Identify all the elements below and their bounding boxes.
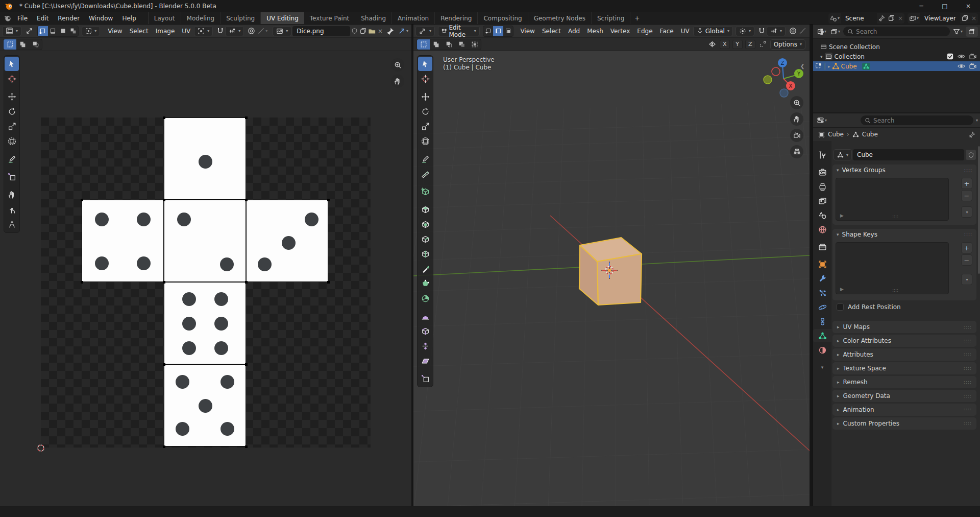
expand-chevron-icon[interactable]: ▸ [828, 64, 830, 69]
list-resize-grip[interactable]: :::: [892, 288, 898, 293]
boxmode-intersect[interactable] [468, 39, 481, 50]
pin-icon[interactable] [877, 15, 887, 21]
properties-options-chevron[interactable]: ▾ [976, 118, 978, 123]
properties-tab-constraints[interactable] [813, 315, 831, 328]
uv-vertex[interactable] [245, 363, 248, 366]
uv-vertex[interactable] [245, 116, 248, 119]
disable-render-camera-icon[interactable] [969, 54, 976, 60]
workspace-tab-sculpting[interactable]: Sculpting [220, 12, 261, 24]
workspace-tab-animation[interactable]: Animation [392, 12, 435, 24]
uv-face-four[interactable] [82, 200, 164, 282]
mirror-z-toggle[interactable]: Z [745, 40, 755, 49]
uv-proportional-edit-toggle[interactable] [247, 27, 256, 35]
uv-scale-tool[interactable] [5, 119, 19, 133]
uv-boxmode-subtract[interactable] [29, 39, 42, 50]
panel-grip[interactable]: :::: [964, 393, 972, 398]
viewport-zoom-icon[interactable] [790, 96, 803, 109]
properties-tab-view-layer[interactable] [813, 194, 831, 207]
proportional-edit-toggle[interactable] [788, 27, 798, 35]
mirror-x-toggle[interactable]: X [720, 40, 730, 49]
outliner-filter-funnel-icon[interactable]: ▾ [952, 28, 964, 35]
vp-spin-tool[interactable] [418, 291, 432, 306]
uv-vertex[interactable] [245, 281, 248, 284]
properties-tab-physics[interactable] [813, 300, 831, 314]
image-new-icon[interactable] [359, 28, 368, 34]
vp-move-tool[interactable] [418, 89, 432, 104]
vp-annotate-tool[interactable] [418, 152, 432, 166]
boxmode-invert[interactable] [455, 39, 468, 50]
fake-user-shield-button[interactable] [965, 149, 976, 160]
uv-relax-tool[interactable] [5, 202, 19, 217]
shape-keys-header[interactable]: ▾Shape Keys:::: [832, 229, 976, 240]
uv-menu-image[interactable]: Image [152, 26, 179, 37]
vertex-groups-list[interactable]: ▶ :::: [836, 178, 949, 221]
uv-pin-icon[interactable] [386, 28, 395, 35]
uv-vertex[interactable] [163, 445, 165, 448]
vp-inset-faces-tool[interactable] [418, 217, 432, 231]
uv-face-three[interactable] [246, 200, 328, 282]
uv-rip-region-tool[interactable] [5, 170, 19, 184]
uv-vertex[interactable] [163, 363, 165, 366]
panel-grip[interactable]: :::: [964, 366, 972, 371]
close-button[interactable]: × [957, 0, 980, 12]
panel-remesh[interactable]: ▸Remesh:::: [832, 376, 976, 388]
properties-tab-particles[interactable] [813, 286, 831, 299]
workspace-tab-compositing[interactable]: Compositing [478, 12, 528, 24]
properties-tab-object[interactable] [813, 257, 831, 271]
uv-face-two[interactable] [164, 200, 246, 282]
panel-grip[interactable]: :::: [964, 324, 972, 330]
uv-face-six[interactable] [164, 282, 246, 364]
vp-shear-tool[interactable] [418, 354, 432, 368]
vertex-group-remove-button[interactable]: − [961, 190, 972, 201]
new-viewlayer-icon[interactable] [960, 15, 970, 21]
vp-transform-tool[interactable] [418, 134, 432, 148]
uv-menu-view[interactable]: View [104, 26, 126, 37]
uv-snap-magnet-icon[interactable] [215, 27, 225, 35]
uv-cursor-tool[interactable] [5, 72, 19, 86]
properties-tab-tool[interactable] [813, 148, 831, 161]
new-scene-icon[interactable] [887, 15, 896, 21]
unlink-scene-icon[interactable]: × [896, 15, 904, 22]
uv-menu-uv[interactable]: UV [178, 26, 194, 37]
list-expand-icon[interactable]: ▶ [840, 213, 844, 218]
uv-annotate-tool[interactable] [5, 152, 19, 166]
scene-name[interactable]: Scene [841, 13, 877, 24]
vp-menu-uv[interactable]: UV [677, 26, 693, 37]
vp-rotate-tool[interactable] [418, 104, 432, 119]
uv-vertex[interactable] [163, 281, 165, 284]
boxmode-extend[interactable] [430, 39, 443, 50]
add-rest-position-checkbox[interactable] [837, 303, 844, 311]
vp-menu-vertex[interactable]: Vertex [607, 26, 634, 37]
uv-move-tool[interactable] [5, 89, 19, 104]
uv-boxmode-set[interactable] [4, 39, 16, 50]
uv-canvas[interactable] [0, 51, 411, 506]
outliner-row-scene-collection[interactable]: Scene Collection [813, 42, 980, 52]
uv-snap-with-dropdown[interactable]: ▾ [225, 26, 244, 36]
panel-grip[interactable]: :::: [964, 407, 972, 412]
outliner-filter-dropdown[interactable]: ▾ [829, 28, 841, 35]
uv-face-five[interactable] [164, 364, 246, 447]
panel-color-attributes[interactable]: ▸Color Attributes:::: [832, 335, 976, 347]
select-mode-face[interactable] [503, 26, 513, 36]
menu-window[interactable]: Window [84, 13, 117, 24]
new-collection-button[interactable] [966, 27, 978, 37]
properties-pin-icon[interactable] [969, 131, 975, 138]
boxmode-set[interactable] [417, 39, 430, 50]
uv-grab-tool[interactable] [5, 187, 19, 202]
snap-with-dropdown[interactable]: ▾ [767, 26, 786, 36]
vp-tweak-select-tool[interactable] [418, 57, 432, 71]
viewport-pan-hand-icon[interactable] [790, 112, 803, 126]
menu-help[interactable]: Help [117, 13, 140, 24]
viewlayer-icon[interactable]: ▾ [908, 15, 920, 22]
vp-rip-region-tool[interactable] [418, 371, 432, 386]
panel-custom-properties[interactable]: ▸Custom Properties:::: [832, 417, 976, 430]
proportional-falloff-dropdown[interactable] [798, 27, 807, 35]
menu-file[interactable]: File [13, 13, 32, 24]
vp-knife-tool[interactable] [418, 262, 432, 276]
panel-grip[interactable]: :::: [964, 380, 972, 385]
uv-select-mode-vertex[interactable] [38, 26, 48, 36]
select-mode-edge[interactable] [493, 26, 503, 36]
image-unlink-icon[interactable]: × [377, 28, 384, 35]
workspace-tab-rendering[interactable]: Rendering [435, 12, 478, 24]
uv-sticky-select-dropdown[interactable]: ▾ [82, 26, 100, 36]
